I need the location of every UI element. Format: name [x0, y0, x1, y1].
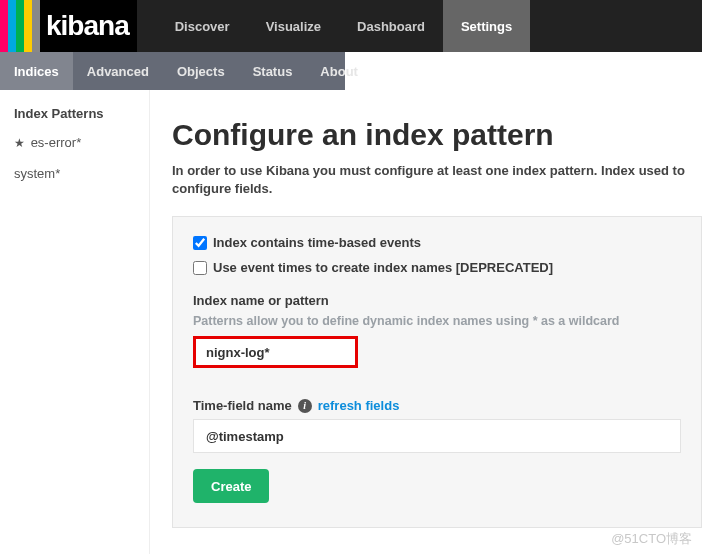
checkbox-timebased[interactable]: [193, 236, 207, 250]
sub-tabs: Indices Advanced Objects Status About: [0, 52, 345, 90]
tab-status[interactable]: Status: [239, 52, 307, 90]
logo: kibana: [0, 0, 137, 52]
sidebar-item-system[interactable]: system*: [0, 158, 149, 189]
index-name-hint: Patterns allow you to define dynamic ind…: [193, 314, 681, 328]
logo-stripe: [24, 0, 32, 52]
top-nav-items: Discover Visualize Dashboard Settings: [157, 0, 531, 52]
index-name-highlight: [193, 336, 358, 368]
body: Index Patterns ★ es-error* system* Confi…: [0, 90, 702, 554]
sidebar-heading: Index Patterns: [0, 100, 149, 127]
sidebar-item-es-error[interactable]: ★ es-error*: [0, 127, 149, 158]
checkbox-row-timebased: Index contains time-based events: [193, 235, 681, 250]
page-title: Configure an index pattern: [172, 118, 702, 152]
logo-stripe: [8, 0, 16, 52]
create-button[interactable]: Create: [193, 469, 269, 503]
checkbox-timebased-label: Index contains time-based events: [213, 235, 421, 250]
index-name-label: Index name or pattern: [193, 293, 681, 308]
logo-stripe: [0, 0, 8, 52]
nav-dashboard[interactable]: Dashboard: [339, 0, 443, 52]
watermark: @51CTO博客: [611, 530, 692, 548]
nav-visualize[interactable]: Visualize: [248, 0, 339, 52]
checkbox-row-eventtimes: Use event times to create index names [D…: [193, 260, 681, 275]
checkbox-eventtimes[interactable]: [193, 261, 207, 275]
tab-indices[interactable]: Indices: [0, 52, 73, 90]
refresh-fields-link[interactable]: refresh fields: [318, 398, 400, 413]
timefield-label: Time-field name: [193, 398, 292, 413]
tab-advanced[interactable]: Advanced: [73, 52, 163, 90]
main-content: Configure an index pattern In order to u…: [150, 90, 702, 554]
page-lead: In order to use Kibana you must configur…: [172, 162, 702, 198]
sidebar-item-label: system*: [14, 166, 60, 181]
tab-objects[interactable]: Objects: [163, 52, 239, 90]
index-name-input[interactable]: [196, 339, 355, 365]
sidebar: Index Patterns ★ es-error* system*: [0, 90, 150, 554]
config-panel: Index contains time-based events Use eve…: [172, 216, 702, 528]
logo-stripe: [16, 0, 24, 52]
logo-stripe: [32, 0, 40, 52]
logo-text: kibana: [46, 10, 129, 42]
timefield-value: @timestamp: [206, 429, 284, 444]
tab-about[interactable]: About: [306, 52, 372, 90]
top-navbar: kibana Discover Visualize Dashboard Sett…: [0, 0, 702, 52]
logo-stripes: [0, 0, 40, 52]
checkbox-eventtimes-label: Use event times to create index names [D…: [213, 260, 553, 275]
star-icon: ★: [14, 136, 25, 150]
timefield-select[interactable]: @timestamp: [193, 419, 681, 453]
nav-settings[interactable]: Settings: [443, 0, 530, 52]
nav-discover[interactable]: Discover: [157, 0, 248, 52]
info-icon[interactable]: i: [298, 399, 312, 413]
timefield-label-row: Time-field name i refresh fields: [193, 398, 681, 413]
sidebar-item-label: es-error*: [31, 135, 82, 150]
